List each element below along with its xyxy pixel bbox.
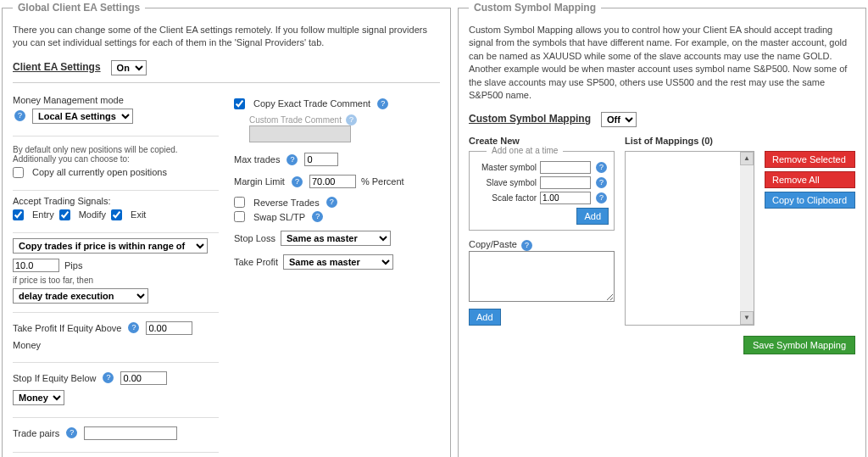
remove-selected-button[interactable]: Remove Selected	[765, 151, 855, 168]
help-icon[interactable]: ?	[14, 110, 25, 121]
custom-comment-input-disabled	[249, 125, 351, 142]
stop-equity-unit-select[interactable]: Money	[13, 390, 64, 405]
right-description: Custom Symbol Mapping allows you to cont…	[469, 24, 855, 102]
copy-exact-comment-row[interactable]: Copy Exact Trade Comment ?	[234, 98, 440, 109]
client-ea-settings-header: Client EA Settings	[13, 61, 101, 73]
copy-all-open-positions-checkbox[interactable]	[13, 167, 24, 178]
copy-paste-label: Copy/Paste	[469, 239, 517, 249]
exit-checkbox[interactable]	[111, 209, 122, 220]
max-trades-input[interactable]	[304, 153, 338, 166]
percent-label: % Percent	[361, 176, 404, 187]
add-one-box: Add one at a time Master symbol ? Slave …	[469, 151, 615, 231]
help-icon[interactable]: ?	[287, 154, 298, 165]
accept-signals-label: Accept Trading Signals:	[13, 196, 219, 206]
save-symbol-mapping-button[interactable]: Save Symbol Mapping	[743, 336, 855, 354]
trade-pairs-label: Trade pairs	[13, 428, 59, 438]
max-trades-label: Max trades	[234, 154, 280, 164]
master-symbol-label: Master symbol	[481, 163, 537, 172]
trade-pairs-input[interactable]	[84, 426, 177, 440]
pips-label: Pips	[64, 260, 82, 270]
copy-to-clipboard-button[interactable]: Copy to Clipboard	[765, 192, 855, 209]
custom-symbol-mapping-panel: Custom Symbol Mapping Custom Symbol Mapp…	[458, 2, 866, 457]
help-icon: ?	[346, 114, 357, 125]
help-icon[interactable]: ?	[596, 162, 607, 173]
slave-symbol-label: Slave symbol	[487, 178, 537, 187]
scroll-down-icon[interactable]: ▼	[740, 311, 754, 325]
help-icon[interactable]: ?	[326, 197, 337, 208]
help-icon[interactable]: ?	[66, 427, 77, 438]
add-one-title: Add one at a time	[487, 146, 563, 155]
pips-input[interactable]	[13, 259, 59, 272]
copy-all-open-positions-row[interactable]: Copy all currently open positions	[13, 167, 219, 178]
mappings-list-box[interactable]: ▲ ▼	[625, 151, 754, 326]
help-icon[interactable]: ?	[292, 176, 303, 187]
csm-header: Custom Symbol Mapping	[469, 113, 591, 125]
take-profit-label: Take Profit	[234, 257, 278, 267]
help-icon[interactable]: ?	[103, 372, 114, 383]
copy-exact-comment-checkbox[interactable]	[234, 98, 245, 109]
copy-paste-textarea[interactable]	[469, 251, 615, 302]
stop-equity-label: Stop If Equity Below	[13, 373, 96, 383]
money-management-select[interactable]: Local EA settings	[32, 109, 133, 124]
entry-checkbox[interactable]	[13, 209, 24, 220]
too-far-action-select[interactable]: delay trade execution	[13, 288, 148, 304]
add-mapping-button[interactable]: Add	[576, 208, 609, 225]
csm-toggle-select[interactable]: Off	[601, 112, 637, 127]
scrollbar-track[interactable]: ▲ ▼	[740, 152, 754, 325]
margin-limit-label: Margin Limit	[234, 176, 285, 187]
swap-sltp-checkbox[interactable]	[234, 211, 245, 222]
remove-all-button[interactable]: Remove All	[765, 171, 855, 188]
stop-loss-select[interactable]: Same as master	[281, 231, 391, 246]
slave-symbol-input[interactable]	[540, 176, 591, 189]
money-management-label: Money Management mode	[13, 95, 219, 105]
stop-equity-input[interactable]	[120, 371, 167, 385]
copy-all-open-label: Copy all currently open positions	[32, 167, 167, 177]
money-label: Money	[13, 340, 41, 350]
help-icon[interactable]: ?	[521, 240, 532, 251]
margin-limit-input[interactable]	[309, 175, 356, 188]
custom-comment-label: Custom Trade Comment	[249, 115, 342, 125]
add-paste-button[interactable]: Add	[469, 309, 501, 326]
copy-note: By default only new positions will be co…	[13, 145, 219, 164]
settings-right-column: Copy Exact Trade Comment ? Custom Trade …	[234, 90, 440, 457]
left-legend: Global Client EA Settings	[13, 2, 145, 14]
too-far-label: if price is too far, then	[13, 276, 219, 285]
help-icon[interactable]: ?	[377, 98, 388, 109]
global-client-ea-settings-panel: Global Client EA Settings There you can …	[2, 2, 451, 457]
client-ea-toggle-select[interactable]: On	[111, 60, 147, 75]
price-range-select[interactable]: Copy trades if price is within range of	[13, 238, 208, 254]
help-icon[interactable]: ?	[312, 211, 323, 222]
create-new-heading: Create New	[469, 136, 615, 146]
right-legend: Custom Symbol Mapping	[469, 2, 601, 14]
help-icon[interactable]: ?	[128, 322, 139, 333]
scroll-up-icon[interactable]: ▲	[740, 152, 754, 165]
left-description: There you can change some of the Client …	[13, 24, 440, 50]
reverse-trades-checkbox[interactable]	[234, 197, 245, 208]
swap-sltp-row[interactable]: Swap SL/TP ?	[234, 211, 440, 222]
settings-left-column: Money Management mode ? Local EA setting…	[13, 90, 219, 457]
scale-factor-input[interactable]	[540, 192, 591, 204]
help-icon[interactable]: ?	[596, 192, 607, 203]
reverse-trades-row[interactable]: Reverse Trades ?	[234, 197, 440, 208]
mappings-list-heading: List of Mappings (0)	[625, 136, 754, 146]
take-profit-select[interactable]: Same as master	[283, 254, 393, 270]
stop-loss-label: Stop Loss	[234, 233, 275, 243]
master-symbol-input[interactable]	[540, 161, 591, 174]
scale-factor-label: Scale factor	[492, 193, 537, 203]
help-icon[interactable]: ?	[596, 177, 607, 188]
tp-equity-label: Take Profit If Equity Above	[13, 323, 121, 333]
modify-checkbox[interactable]	[59, 209, 70, 220]
tp-equity-input[interactable]	[146, 321, 192, 335]
